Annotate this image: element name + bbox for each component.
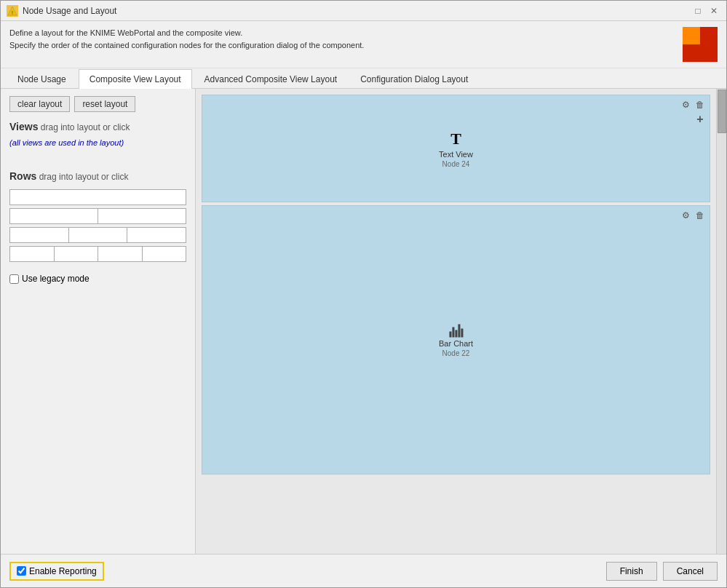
cell bbox=[143, 247, 186, 261]
knime-logo bbox=[683, 27, 718, 62]
rows-drag-text: drag into layout or click bbox=[39, 172, 129, 182]
row1-settings-button[interactable] bbox=[679, 98, 692, 111]
footer: Enable Reporting Finish Cancel bbox=[1, 554, 726, 587]
settings-icon bbox=[682, 100, 690, 110]
delete-icon: 🗑 bbox=[696, 210, 704, 220]
views-section: Views drag into layout or click bbox=[9, 121, 186, 132]
tab-composite-view[interactable]: Composite View Layout bbox=[79, 69, 192, 89]
close-button[interactable]: ✕ bbox=[707, 4, 720, 17]
legacy-mode-label: Use legacy mode bbox=[22, 274, 90, 284]
legacy-mode-option: Use legacy mode bbox=[9, 274, 186, 284]
layout-buttons: clear layout reset layout bbox=[9, 96, 186, 112]
clear-layout-button[interactable]: clear layout bbox=[9, 96, 70, 112]
bar-chart-label: Bar Chart bbox=[439, 339, 473, 348]
row-template-4col[interactable] bbox=[9, 246, 186, 262]
row2-delete-button[interactable]: 🗑 bbox=[694, 209, 707, 222]
row1-add-button[interactable] bbox=[694, 113, 707, 126]
bar-chart-widget: Bar Chart Node 22 bbox=[439, 323, 473, 357]
bar5 bbox=[461, 329, 463, 338]
row-template-1col[interactable] bbox=[9, 189, 186, 205]
row-templates bbox=[9, 189, 186, 262]
layout-row-1[interactable]: 🗑 T Text View Node 24 bbox=[202, 95, 710, 202]
row1-delete-button[interactable]: 🗑 bbox=[694, 98, 707, 111]
bar-chart-icon bbox=[449, 323, 463, 338]
scrollbar-track bbox=[716, 89, 726, 554]
row2-actions: 🗑 bbox=[679, 209, 707, 222]
svg-text:!: ! bbox=[12, 10, 13, 15]
cell bbox=[55, 247, 99, 261]
settings-icon bbox=[682, 210, 690, 220]
text-view-widget: T Text View Node 24 bbox=[439, 130, 473, 168]
enable-reporting-label: Enable Reporting bbox=[29, 566, 97, 576]
header-area: Define a layout for the KNIME WebPortal … bbox=[1, 21, 726, 68]
header-line1: Define a layout for the KNIME WebPortal … bbox=[9, 27, 364, 39]
tab-advanced-composite[interactable]: Advanced Composite View Layout bbox=[194, 69, 349, 89]
title-controls: □ ✕ bbox=[691, 4, 720, 17]
cell bbox=[98, 209, 186, 223]
bar2 bbox=[452, 327, 454, 338]
row2-settings-button[interactable] bbox=[679, 209, 692, 222]
scrollbar-thumb[interactable] bbox=[718, 90, 726, 133]
footer-buttons: Finish Cancel bbox=[606, 562, 718, 581]
cell bbox=[69, 228, 128, 242]
right-panel: 🗑 T Text View Node 24 bbox=[196, 89, 726, 554]
views-label: Views bbox=[9, 121, 38, 132]
window-title: Node Usage and Layout bbox=[23, 6, 116, 16]
text-view-id: Node 24 bbox=[442, 160, 470, 168]
bar3 bbox=[455, 330, 457, 338]
views-hint: (all views are used in the layout) bbox=[9, 138, 186, 147]
cell bbox=[10, 247, 55, 261]
logo-graphic bbox=[683, 27, 718, 62]
title-icon: ! bbox=[7, 5, 18, 17]
header-description: Define a layout for the KNIME WebPortal … bbox=[9, 27, 364, 51]
layout-row-2[interactable]: 🗑 Bar Chart Node 22 bbox=[202, 205, 710, 474]
text-view-label: Text View bbox=[439, 150, 473, 159]
left-panel: clear layout reset layout Views drag int… bbox=[1, 89, 196, 554]
cell bbox=[10, 209, 98, 223]
delete-icon: 🗑 bbox=[696, 100, 704, 110]
finish-button[interactable]: Finish bbox=[606, 562, 657, 581]
enable-reporting-section: Enable Reporting bbox=[9, 562, 104, 581]
rows-label: Rows bbox=[9, 170, 36, 182]
header-line2: Specify the order of the contained confi… bbox=[9, 39, 364, 52]
minimize-button[interactable]: □ bbox=[691, 4, 704, 17]
layout-canvas: 🗑 T Text View Node 24 bbox=[196, 89, 716, 554]
legacy-mode-checkbox[interactable] bbox=[9, 274, 19, 284]
cell bbox=[10, 228, 69, 242]
main-content: clear layout reset layout Views drag int… bbox=[1, 89, 726, 554]
bar1 bbox=[449, 332, 451, 338]
main-window: ! Node Usage and Layout □ ✕ Define a lay… bbox=[0, 0, 727, 588]
bar-chart-id: Node 22 bbox=[442, 349, 470, 357]
enable-reporting-checkbox[interactable] bbox=[17, 566, 26, 576]
cell bbox=[127, 228, 186, 242]
cell bbox=[98, 247, 143, 261]
cancel-button[interactable]: Cancel bbox=[663, 562, 718, 581]
row1-actions: 🗑 bbox=[679, 98, 707, 111]
title-bar: ! Node Usage and Layout □ ✕ bbox=[1, 1, 726, 21]
reset-layout-button[interactable]: reset layout bbox=[74, 96, 135, 112]
text-view-icon: T bbox=[450, 130, 461, 148]
row-template-3col[interactable] bbox=[9, 227, 186, 243]
bar4 bbox=[458, 325, 460, 338]
views-drag-text: drag into layout or click bbox=[41, 122, 130, 132]
row-template-2col[interactable] bbox=[9, 208, 186, 224]
add-icon bbox=[696, 113, 703, 126]
tab-config-dialog[interactable]: Configuration Dialog Layout bbox=[349, 69, 479, 89]
rows-section: Rows drag into layout or click bbox=[9, 170, 186, 182]
tab-node-usage[interactable]: Node Usage bbox=[7, 69, 77, 89]
tabs-bar: Node Usage Composite View Layout Advance… bbox=[1, 68, 726, 89]
